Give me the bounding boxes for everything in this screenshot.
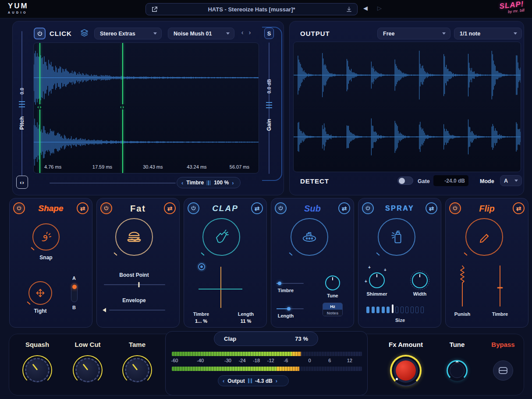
xy-pad-horizontal-axis[interactable] [199, 289, 242, 290]
snap-knob[interactable] [32, 223, 60, 251]
click-category-dropdown[interactable]: Stereo Extras [94, 28, 162, 39]
drag-grip-icon[interactable] [207, 180, 211, 185]
mode-label: Mode [480, 178, 494, 184]
punish-slider[interactable] [459, 265, 465, 307]
knob-pointer [113, 252, 117, 256]
spray-knob[interactable] [378, 218, 415, 256]
export-icon[interactable] [150, 5, 158, 13]
sparkle-icon: + [365, 279, 367, 284]
boost-point-label: Boost Point [108, 272, 160, 278]
width-knob[interactable] [412, 272, 428, 288]
marker-handle-icon[interactable]: ‹› [37, 104, 43, 109]
fx-amount-knob[interactable] [390, 355, 422, 386]
next-preset-button[interactable]: ▷ [377, 5, 382, 11]
playhead-marker[interactable]: ‹› [39, 43, 40, 173]
sync-dropdown[interactable]: Free [377, 28, 450, 39]
size-segment[interactable] [405, 307, 408, 313]
sub-title: Sub [284, 203, 340, 214]
clap-mode-radio[interactable] [198, 263, 205, 270]
flip-knob[interactable] [465, 218, 503, 256]
size-segment[interactable] [382, 307, 385, 313]
boost-point-handle[interactable] [138, 282, 139, 287]
envelope-handle-icon[interactable] [103, 308, 106, 312]
sync-value: Free [383, 31, 394, 37]
size-segment[interactable] [395, 307, 398, 313]
mode-dropdown[interactable]: A [500, 175, 522, 186]
sub-timbre-slider[interactable] [277, 283, 304, 284]
timbre-slider-track[interactable] [50, 183, 176, 184]
zoom-fit-button[interactable]: ‹› [16, 176, 28, 189]
clap-amount-value: 73 % [295, 335, 308, 342]
fat-knob[interactable] [115, 218, 153, 256]
tight-knob[interactable] [28, 281, 52, 305]
notes-option[interactable]: Notes [323, 310, 342, 316]
next-sample-button[interactable]: › [247, 29, 253, 36]
size-segment[interactable] [366, 307, 369, 313]
drag-grip-icon[interactable] [248, 378, 252, 383]
size-handle[interactable] [392, 304, 394, 313]
click-sample-dropdown[interactable]: Noise Mush 01 [168, 28, 234, 39]
gate-toggle[interactable] [397, 177, 413, 185]
sub-knob[interactable] [291, 218, 328, 256]
size-segment[interactable] [421, 307, 424, 313]
decrement-icon[interactable]: ‹ [181, 180, 183, 186]
gain-slider-handle[interactable] [266, 102, 272, 109]
marker-handle-icon[interactable]: ‹› [120, 104, 125, 109]
hz-notes-toggle[interactable]: Hz Notes [323, 303, 343, 316]
size-meter[interactable] [366, 304, 424, 313]
sub-length-handle[interactable] [287, 307, 291, 311]
tame-knob[interactable] [124, 357, 150, 383]
increment-icon[interactable]: › [232, 180, 234, 186]
flip-randomize-button[interactable]: ⇄ [513, 202, 525, 214]
download-icon[interactable] [345, 5, 353, 13]
size-segment[interactable] [376, 307, 379, 313]
tight-label: Tight [23, 308, 58, 314]
boost-point-slider[interactable] [104, 284, 165, 285]
lowcut-knob[interactable] [75, 357, 100, 383]
decrement-icon[interactable]: ‹ [223, 378, 224, 384]
output-gain-slider[interactable]: ‹ Output -4.3 dB › [218, 375, 289, 386]
clap-randomize-button[interactable]: ⇄ [251, 202, 263, 214]
xy-pad-vertical-axis[interactable] [220, 267, 221, 308]
playhead-marker[interactable]: ‹› [122, 43, 123, 173]
gate-threshold-field[interactable]: -24.0 dB [433, 175, 468, 186]
sub-randomize-button[interactable]: ⇄ [338, 202, 350, 214]
fat-randomize-button[interactable]: ⇄ [164, 202, 176, 214]
increment-icon[interactable]: › [276, 378, 277, 384]
size-segment[interactable] [415, 307, 419, 313]
squash-knob[interactable] [25, 357, 50, 383]
spray-randomize-button[interactable]: ⇄ [426, 202, 437, 214]
bypass-button[interactable] [493, 360, 513, 381]
clap-knob[interactable] [202, 218, 240, 256]
shape-randomize-button[interactable]: ⇄ [77, 202, 89, 214]
fx-amount-label: Fx Amount [379, 341, 432, 348]
layers-icon[interactable] [80, 29, 89, 39]
prev-sample-button[interactable]: ‹ [239, 29, 245, 36]
clap-amount-slider[interactable]: Clap 73 % [214, 332, 318, 346]
flip-timbre-slider[interactable] [497, 265, 503, 307]
power-icon [278, 205, 284, 211]
pitch-slider-handle[interactable] [19, 101, 25, 108]
size-segment[interactable] [387, 307, 390, 313]
hz-option[interactable]: Hz [323, 303, 342, 310]
timbre-slider[interactable]: ‹ Timbre 100 % › [177, 177, 241, 188]
click-solo-button[interactable]: S [264, 28, 274, 39]
ab-toggle[interactable] [71, 283, 78, 302]
sub-length-slider[interactable] [277, 308, 304, 309]
mode-value: A [504, 178, 508, 184]
sub-timbre-handle[interactable] [278, 282, 281, 285]
prev-preset-button[interactable]: ◀ [363, 5, 368, 11]
preset-bar[interactable]: HATS - Stereoize Hats [mussar]* [145, 3, 358, 15]
note-dropdown[interactable]: 1/1 note [454, 28, 522, 39]
power-icon [365, 205, 371, 211]
shimmer-knob[interactable] [369, 272, 385, 288]
size-segment[interactable] [411, 307, 414, 313]
envelope-slider[interactable] [109, 310, 165, 311]
chevron-down-icon [514, 32, 517, 35]
click-waveform[interactable]: 4.76 ms17.59 ms30.43 ms43.24 ms56.07 ms … [33, 42, 259, 173]
size-segment[interactable] [372, 307, 375, 313]
tune-knob[interactable] [447, 360, 468, 381]
click-power-button[interactable] [34, 28, 46, 39]
sub-tune-knob[interactable] [325, 275, 340, 290]
size-segment[interactable] [401, 307, 404, 313]
